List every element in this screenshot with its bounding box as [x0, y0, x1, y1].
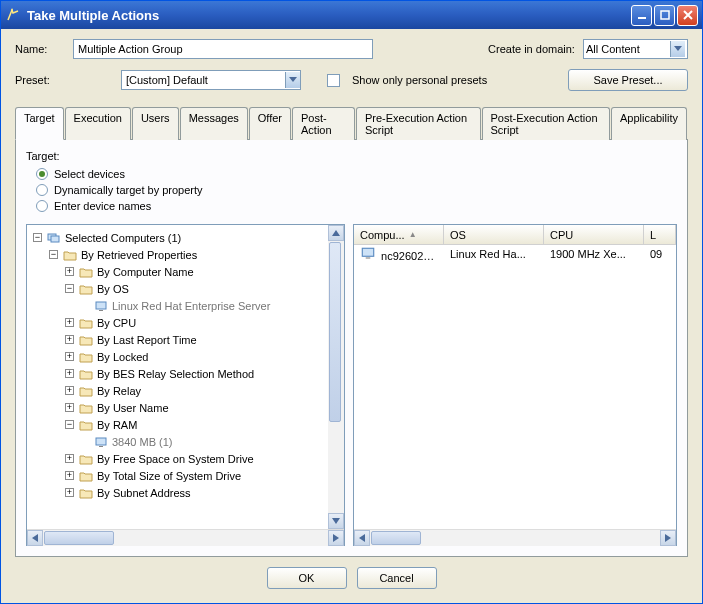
table-body[interactable]: nc926028.r... Linux Red Ha... 1900 MHz X… [354, 245, 676, 529]
tree-retrieved[interactable]: − By Retrieved Properties [31, 246, 324, 263]
scroll-up-icon[interactable] [328, 225, 344, 241]
sort-asc-icon: ▲ [409, 230, 417, 239]
folder-icon [78, 265, 94, 279]
scroll-right-icon[interactable] [660, 530, 676, 546]
tree-ram-leaf[interactable]: 3840 MB (1) [31, 433, 324, 450]
folder-icon [78, 350, 94, 364]
expand-icon[interactable]: + [65, 318, 74, 327]
svg-rect-8 [99, 446, 103, 447]
computer-icon [360, 246, 376, 260]
expand-icon[interactable]: + [65, 454, 74, 463]
scroll-down-icon[interactable] [328, 513, 344, 529]
dialog-buttons: OK Cancel [15, 557, 688, 595]
tree-by-relay[interactable]: + By Relay [31, 382, 324, 399]
tab-offer[interactable]: Offer [249, 107, 291, 140]
tree-pane: − Selected Computers (1) − By Retrieved … [26, 224, 345, 546]
svg-rect-5 [96, 302, 106, 309]
th-os[interactable]: OS [444, 225, 544, 244]
expand-icon[interactable]: + [65, 335, 74, 344]
folder-icon [78, 316, 94, 330]
scroll-left-icon[interactable] [27, 530, 43, 546]
tab-users[interactable]: Users [132, 107, 179, 140]
show-personal-checkbox[interactable] [327, 74, 340, 87]
tab-post-action[interactable]: Post-Action [292, 107, 355, 140]
folder-icon [78, 486, 94, 500]
expand-icon[interactable]: + [65, 352, 74, 361]
tree-by-relay-selection[interactable]: + By BES Relay Selection Method [31, 365, 324, 382]
domain-select[interactable]: All Content [583, 39, 688, 59]
tree-by-user[interactable]: + By User Name [31, 399, 324, 416]
radio-select-devices[interactable]: Select devices [36, 168, 677, 180]
svg-rect-10 [366, 258, 371, 259]
th-cpu[interactable]: CPU [544, 225, 644, 244]
tabstrip: Target Execution Users Messages Offer Po… [15, 107, 688, 140]
tree-by-os[interactable]: − By OS [31, 280, 324, 297]
tab-applicability[interactable]: Applicability [611, 107, 687, 140]
tree-root[interactable]: − Selected Computers (1) [31, 229, 324, 246]
folder-icon [78, 452, 94, 466]
name-input[interactable] [73, 39, 373, 59]
folder-icon [78, 333, 94, 347]
tree-vscroll[interactable] [328, 225, 344, 529]
tab-execution[interactable]: Execution [65, 107, 131, 140]
folder-icon [78, 469, 94, 483]
folder-icon [78, 401, 94, 415]
tree-by-free-space[interactable]: + By Free Space on System Drive [31, 450, 324, 467]
chevron-down-icon [285, 72, 300, 88]
tab-target[interactable]: Target [15, 107, 64, 140]
preset-select-value: [Custom] Default [126, 74, 208, 86]
folder-icon [78, 367, 94, 381]
tree-by-last-report[interactable]: + By Last Report Time [31, 331, 324, 348]
maximize-button[interactable] [654, 5, 675, 26]
expand-icon[interactable]: + [65, 471, 74, 480]
svg-rect-1 [638, 17, 646, 19]
expand-icon[interactable]: + [65, 403, 74, 412]
tab-body: Target: Select devices Dynamically targe… [15, 140, 688, 557]
svg-rect-2 [661, 11, 669, 19]
radio-icon [36, 168, 48, 180]
preset-select[interactable]: [Custom] Default [121, 70, 301, 90]
name-row: Name: Create in domain: All Content [15, 39, 688, 59]
tree-by-subnet[interactable]: + By Subnet Address [31, 484, 324, 501]
tab-post-exec-script[interactable]: Post-Execution Action Script [482, 107, 610, 140]
table-hscroll[interactable] [354, 529, 676, 545]
close-button[interactable] [677, 5, 698, 26]
computer-tree[interactable]: − Selected Computers (1) − By Retrieved … [27, 225, 328, 505]
tree-by-total-size[interactable]: + By Total Size of System Drive [31, 467, 324, 484]
scroll-left-icon[interactable] [354, 530, 370, 546]
target-section-label: Target: [26, 150, 677, 162]
collapse-icon[interactable]: − [65, 284, 74, 293]
cancel-button[interactable]: Cancel [357, 567, 437, 589]
tree-hscroll[interactable] [27, 529, 344, 545]
tree-os-leaf[interactable]: Linux Red Hat Enterprise Server [31, 297, 324, 314]
folder-icon [78, 384, 94, 398]
radio-dynamic-target[interactable]: Dynamically target by property [36, 184, 677, 196]
domain-select-value: All Content [586, 43, 640, 55]
scroll-right-icon[interactable] [328, 530, 344, 546]
svg-rect-4 [51, 236, 59, 242]
expand-icon[interactable]: + [65, 369, 74, 378]
save-preset-button[interactable]: Save Preset... [568, 69, 688, 91]
ok-button[interactable]: OK [267, 567, 347, 589]
expand-icon[interactable]: + [65, 267, 74, 276]
expand-icon[interactable]: + [65, 386, 74, 395]
minimize-button[interactable] [631, 5, 652, 26]
table-row[interactable]: nc926028.r... Linux Red Ha... 1900 MHz X… [354, 245, 676, 263]
tree-by-ram[interactable]: − By RAM [31, 416, 324, 433]
dialog-content: Name: Create in domain: All Content Pres… [1, 29, 702, 603]
collapse-icon[interactable]: − [49, 250, 58, 259]
expand-icon[interactable]: + [65, 488, 74, 497]
tab-messages[interactable]: Messages [180, 107, 248, 140]
tree-by-cpu[interactable]: + By CPU [31, 314, 324, 331]
tab-pre-exec-script[interactable]: Pre-Execution Action Script [356, 107, 481, 140]
preset-label: Preset: [15, 74, 65, 86]
svg-rect-9 [362, 249, 373, 257]
collapse-icon[interactable]: − [33, 233, 42, 242]
collapse-icon[interactable]: − [65, 420, 74, 429]
tree-by-computer-name[interactable]: + By Computer Name [31, 263, 324, 280]
th-l[interactable]: L [644, 225, 676, 244]
tree-by-locked[interactable]: + By Locked [31, 348, 324, 365]
radio-enter-names[interactable]: Enter device names [36, 200, 677, 212]
show-personal-label: Show only personal presets [352, 74, 487, 86]
th-computer[interactable]: Compu... ▲ [354, 225, 444, 244]
